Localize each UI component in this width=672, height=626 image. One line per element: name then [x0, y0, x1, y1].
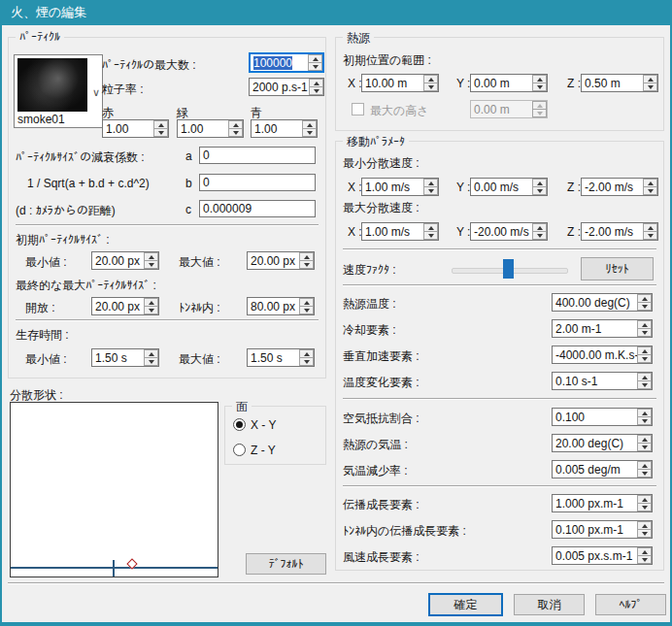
spinner-up-icon[interactable] — [309, 79, 323, 87]
heat-z-field[interactable]: 0.50 m — [581, 74, 658, 92]
spinner[interactable] — [637, 435, 652, 451]
cancel-button[interactable]: 取消 — [514, 594, 585, 615]
spinner-down-icon[interactable] — [637, 303, 652, 311]
spinner-up-icon[interactable] — [637, 435, 652, 444]
spinner-down-icon[interactable] — [643, 187, 657, 195]
spinner[interactable] — [299, 252, 314, 269]
spinner-down-icon[interactable] — [144, 358, 158, 366]
spinner-down-icon[interactable] — [637, 355, 652, 363]
spinner-down-icon[interactable] — [423, 232, 438, 240]
spinner-down-icon[interactable] — [144, 261, 158, 269]
blue-field[interactable]: 1.00 — [251, 119, 318, 138]
radio-xy[interactable] — [233, 418, 246, 431]
spinner-down-icon[interactable] — [637, 444, 652, 451]
spinner-up-icon[interactable] — [643, 179, 657, 187]
tunnel-size-field[interactable]: 80.00 px — [247, 297, 315, 315]
spinner[interactable] — [637, 521, 652, 538]
ok-button[interactable]: 確定 — [428, 593, 503, 616]
spinner-down-icon[interactable] — [637, 530, 652, 538]
spinner[interactable] — [302, 120, 317, 137]
spinner-up-icon[interactable] — [423, 223, 438, 232]
spinner-up-icon[interactable] — [643, 223, 657, 232]
spinner[interactable] — [637, 461, 652, 478]
lifetime-max-field[interactable]: 1.50 s — [247, 348, 315, 367]
reset-button[interactable]: ﾘｾｯﾄ — [581, 257, 654, 280]
spinner[interactable] — [637, 409, 652, 425]
spinner[interactable] — [637, 373, 652, 389]
spinner-up-icon[interactable] — [532, 223, 547, 232]
air-resistance-field[interactable]: 0.100 — [552, 408, 653, 426]
vertical-accel-field[interactable]: -4000.00 m.K.s-2 — [552, 346, 653, 364]
spinner[interactable] — [643, 223, 657, 240]
decay-b-field[interactable]: 0 — [199, 174, 316, 191]
spinner-down-icon[interactable] — [637, 504, 652, 511]
default-button[interactable]: ﾃﾞﾌｫﾙﾄ — [246, 553, 326, 575]
spinner[interactable] — [637, 495, 652, 511]
dispersion-shape-canvas[interactable] — [10, 402, 218, 577]
spinner[interactable] — [309, 79, 323, 95]
spinner-up-icon[interactable] — [153, 120, 168, 129]
particle-texture-picker[interactable]: ∨ smoke01 — [14, 54, 103, 128]
spinner-down-icon[interactable] — [144, 307, 158, 314]
spinner-down-icon[interactable] — [637, 329, 652, 337]
spinner[interactable] — [228, 120, 243, 137]
spinner-down-icon[interactable] — [643, 83, 657, 91]
spinner-up-icon[interactable] — [637, 461, 652, 470]
wind-growth-field[interactable]: 0.005 px.s.m-1 — [552, 546, 653, 565]
spinner-down-icon[interactable] — [299, 358, 314, 366]
initial-max-field[interactable]: 20.00 px — [247, 251, 315, 270]
particle-rate-field[interactable]: 2000 p.s-1 — [249, 78, 324, 96]
min-speed-x-field[interactable]: 1.00 m/s — [361, 178, 439, 196]
spinner[interactable] — [144, 252, 158, 269]
spinner-down-icon[interactable] — [532, 187, 547, 195]
spinner-down-icon[interactable] — [308, 63, 322, 71]
spinner[interactable] — [153, 120, 168, 137]
decay-c-field[interactable]: 0.000009 — [199, 200, 316, 217]
lifetime-min-field[interactable]: 1.50 s — [91, 348, 159, 367]
spinner-down-icon[interactable] — [309, 87, 323, 95]
spinner-down-icon[interactable] — [532, 232, 547, 240]
min-speed-y-field[interactable]: 0.00 m/s — [470, 178, 548, 196]
spinner-up-icon[interactable] — [643, 75, 657, 83]
max-speed-y-field[interactable]: -20.00 m/s — [470, 222, 548, 241]
spinner[interactable] — [299, 349, 314, 366]
spinner-up-icon[interactable] — [299, 349, 314, 358]
radio-zy[interactable] — [233, 444, 246, 456]
heat-x-field[interactable]: 10.00 m — [361, 74, 439, 92]
spinner-down-icon[interactable] — [532, 83, 547, 91]
min-speed-z-field[interactable]: -2.00 m/s — [581, 178, 658, 196]
title-bar[interactable]: 火、煙の編集 — [0, 0, 672, 25]
spinner[interactable] — [299, 298, 314, 314]
spinner[interactable] — [637, 294, 652, 311]
spinner-down-icon[interactable] — [637, 470, 652, 478]
spinner-up-icon[interactable] — [308, 54, 322, 63]
spinner[interactable] — [637, 346, 652, 363]
spinner[interactable] — [144, 298, 158, 314]
help-button[interactable]: ﾍﾙﾌﾟ — [595, 594, 666, 615]
spinner-up-icon[interactable] — [637, 294, 652, 303]
spinner-down-icon[interactable] — [228, 129, 243, 137]
spinner[interactable] — [532, 75, 547, 91]
spinner-up-icon[interactable] — [144, 252, 158, 261]
max-particles-field[interactable]: 100000 — [249, 52, 324, 73]
spinner[interactable] — [637, 320, 652, 337]
spinner-down-icon[interactable] — [302, 129, 317, 137]
spinner[interactable] — [144, 349, 158, 366]
spinner-down-icon[interactable] — [423, 83, 438, 91]
open-size-field[interactable]: 20.00 px — [91, 297, 159, 315]
max-speed-x-field[interactable]: 1.00 m/s — [361, 222, 439, 241]
spinner-up-icon[interactable] — [228, 120, 243, 129]
spinner-down-icon[interactable] — [637, 381, 652, 389]
spinner-up-icon[interactable] — [144, 349, 158, 358]
spinner-up-icon[interactable] — [299, 252, 314, 261]
spinner-up-icon[interactable] — [532, 75, 547, 83]
spinner-up-icon[interactable] — [637, 495, 652, 504]
spinner[interactable] — [423, 223, 438, 240]
spinner-up-icon[interactable] — [423, 179, 438, 187]
spinner[interactable] — [532, 179, 547, 195]
spinner[interactable] — [532, 223, 547, 240]
red-field[interactable]: 1.00 — [102, 119, 169, 138]
spinner-up-icon[interactable] — [637, 346, 652, 355]
slider-thumb[interactable] — [503, 259, 514, 279]
cooling-field[interactable]: 2.00 m-1 — [552, 319, 653, 338]
